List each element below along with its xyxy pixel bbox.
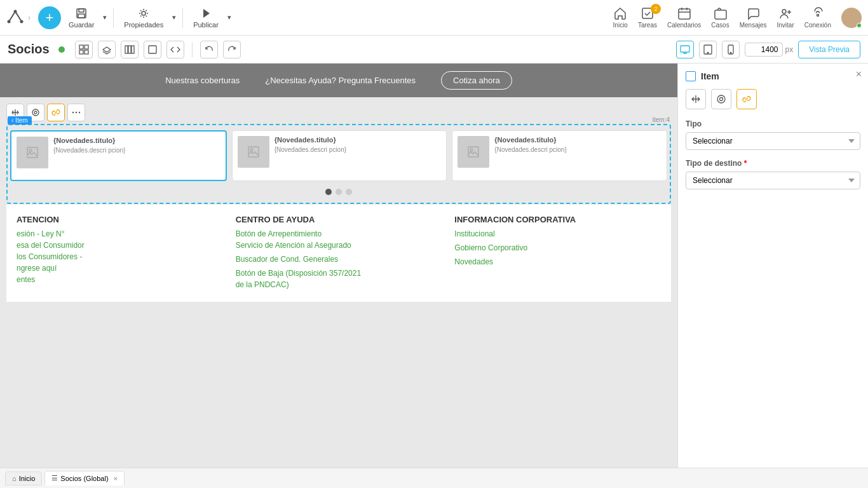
propiedades-dropdown[interactable]: ▾ bbox=[171, 11, 177, 24]
panel-style-icon-btn[interactable] bbox=[711, 89, 731, 109]
propiedades-label: Propiedades bbox=[124, 21, 163, 29]
preview-button[interactable]: Vista Previa bbox=[798, 41, 860, 58]
site-nav-link2[interactable]: ¿Necesitas Ayuda? Pregunta Frecuentes bbox=[265, 76, 416, 85]
nav-invitar[interactable]: Invitar bbox=[777, 6, 794, 29]
panel-move-icon-btn[interactable] bbox=[686, 89, 706, 109]
nav-inicio-label: Inicio bbox=[613, 22, 628, 29]
item-back-label[interactable]: ‹ Item bbox=[8, 116, 32, 125]
footer-link-2-2[interactable]: Servicio de Atención al Asegurado bbox=[236, 241, 442, 250]
svg-point-37 bbox=[470, 149, 473, 151]
dot-3[interactable] bbox=[346, 189, 352, 195]
svg-point-39 bbox=[720, 98, 723, 101]
footer-link-1-2[interactable]: esa del Consumidor bbox=[17, 241, 223, 250]
svg-rect-36 bbox=[468, 147, 478, 157]
tab-inicio[interactable]: ⌂ Inicio bbox=[5, 471, 42, 485]
nav-conexion[interactable]: Conexión bbox=[804, 6, 831, 29]
card1-text: {Novedades.titulo} {Novedades.descri pci… bbox=[53, 137, 220, 175]
view-code-btn[interactable] bbox=[166, 41, 184, 58]
panel-item-title: Item bbox=[701, 71, 719, 81]
svg-rect-22 bbox=[681, 46, 689, 52]
item-container: ‹ Item item:4 bbox=[6, 124, 671, 204]
footer-link-3-1[interactable]: Institucional bbox=[454, 229, 661, 238]
user-avatar-area[interactable] bbox=[841, 8, 862, 28]
footer-link-3-2[interactable]: Gobierno Corporativo bbox=[454, 243, 661, 252]
float-link-btn[interactable] bbox=[47, 104, 65, 121]
card2-image bbox=[238, 136, 269, 168]
redo-btn[interactable] bbox=[223, 41, 241, 58]
view-columns-btn[interactable] bbox=[121, 41, 139, 58]
guardar-button[interactable]: Guardar bbox=[64, 4, 99, 31]
svg-point-13 bbox=[848, 13, 855, 19]
canvas-scroll[interactable]: Nuestras coberturas ¿Necesitas Ayuda? Pr… bbox=[0, 64, 677, 468]
footer-link-3-3[interactable]: Novedades bbox=[454, 257, 661, 266]
svg-rect-16 bbox=[79, 50, 83, 54]
svg-rect-15 bbox=[85, 45, 88, 49]
nav-casos[interactable]: Casos bbox=[711, 6, 729, 29]
dot-2[interactable] bbox=[336, 189, 342, 195]
tipo-destino-select[interactable]: Seleccionar bbox=[686, 172, 860, 189]
tab-socios-close[interactable]: × bbox=[114, 475, 118, 482]
svg-rect-14 bbox=[79, 45, 83, 49]
site-cta-button[interactable]: Cotiza ahora bbox=[441, 71, 512, 90]
site-nav-link1[interactable]: Nuestras coberturas bbox=[165, 76, 240, 85]
panel-icon-row bbox=[686, 89, 860, 109]
dot-1[interactable] bbox=[325, 189, 332, 195]
tipo-destino-label: Tipo de destino * bbox=[686, 159, 860, 168]
footer-link-2-1[interactable]: Botón de Arrepentimiento bbox=[236, 229, 442, 238]
nav-casos-label: Casos bbox=[711, 22, 729, 29]
propiedades-button[interactable]: Propiedades bbox=[119, 4, 168, 31]
mobile-view-btn[interactable] bbox=[722, 41, 740, 58]
news-card-2[interactable]: {Novedades.titulo} {Novedades.descri pci… bbox=[232, 130, 447, 181]
site-footer: ATENCION esión - Ley N° esa del Consumid… bbox=[6, 204, 671, 302]
panel-item-checkbox[interactable] bbox=[686, 71, 696, 81]
width-input-group: 1400 px bbox=[745, 43, 794, 57]
undo-btn[interactable] bbox=[200, 41, 218, 58]
panel-close-btn[interactable]: × bbox=[856, 69, 862, 80]
publicar-dropdown[interactable]: ▾ bbox=[226, 11, 233, 24]
nav-invitar-label: Invitar bbox=[777, 22, 794, 29]
svg-rect-17 bbox=[85, 50, 88, 54]
footer-link-2-3[interactable]: Buscador de Cond. Generales bbox=[236, 255, 442, 264]
svg-rect-32 bbox=[27, 147, 37, 158]
float-more-btn[interactable] bbox=[67, 104, 85, 121]
secondary-toolbar: Socios bbox=[0, 36, 868, 64]
panel-link-icon-btn[interactable] bbox=[736, 89, 757, 109]
add-button[interactable]: + bbox=[38, 6, 61, 29]
nav-calendarios[interactable]: Calendarios bbox=[667, 6, 701, 29]
nav-tareas[interactable]: 2 Tareas bbox=[638, 6, 657, 29]
footer-col-3: INFORMACION CORPORATIVA Institucional Go… bbox=[454, 215, 661, 292]
svg-point-27 bbox=[32, 109, 39, 116]
tab-socios-icon: ☰ bbox=[51, 474, 58, 482]
publicar-button[interactable]: Publicar bbox=[188, 4, 224, 31]
view-grid-btn[interactable] bbox=[75, 41, 93, 58]
footer-link-1-3[interactable]: los Consumidores - bbox=[17, 252, 223, 261]
news-card-3[interactable]: {Novedades.titulo} {Novedades.descri pci… bbox=[452, 130, 667, 181]
width-input[interactable]: 1400 bbox=[745, 43, 783, 57]
footer-link-1-5[interactable]: entes bbox=[17, 275, 223, 284]
view-layers-btn[interactable] bbox=[98, 41, 116, 58]
tab-socios[interactable]: ☰ Socios (Global) × bbox=[44, 471, 125, 485]
footer-link-1-4[interactable]: ngrese aquí bbox=[17, 264, 223, 273]
tipo-select[interactable]: Seleccionar bbox=[686, 132, 860, 150]
footer-link-1-1[interactable]: esión - Ley N° bbox=[17, 229, 223, 238]
svg-rect-10 bbox=[715, 10, 726, 19]
svg-rect-9 bbox=[679, 9, 690, 19]
tablet-view-btn[interactable] bbox=[699, 41, 717, 58]
news-card-1[interactable]: {Novedades.titulo} {Novedades.descri pci… bbox=[10, 130, 227, 181]
tipo-label: Tipo bbox=[686, 119, 860, 128]
footer-link-2-5[interactable]: de la PNDCAC) bbox=[236, 280, 442, 289]
desktop-view-btn[interactable] bbox=[676, 41, 694, 58]
nav-mensajes[interactable]: Mensajes bbox=[740, 6, 767, 29]
svg-rect-20 bbox=[132, 46, 134, 53]
footer-link-2-4[interactable]: Botón de Baja (Disposición 357/2021 bbox=[236, 269, 442, 278]
view-border-btn[interactable] bbox=[144, 41, 161, 58]
nav-calendarios-label: Calendarios bbox=[667, 22, 701, 29]
svg-point-33 bbox=[29, 149, 32, 152]
svg-point-11 bbox=[782, 10, 786, 13]
guardar-dropdown[interactable]: ▾ bbox=[102, 11, 108, 24]
svg-point-26 bbox=[730, 52, 731, 53]
card3-desc: {Novedades.descri pcion} bbox=[494, 146, 661, 153]
nav-inicio[interactable]: Inicio bbox=[613, 6, 628, 29]
svg-rect-19 bbox=[128, 46, 131, 53]
brand-area: › bbox=[6, 9, 31, 27]
